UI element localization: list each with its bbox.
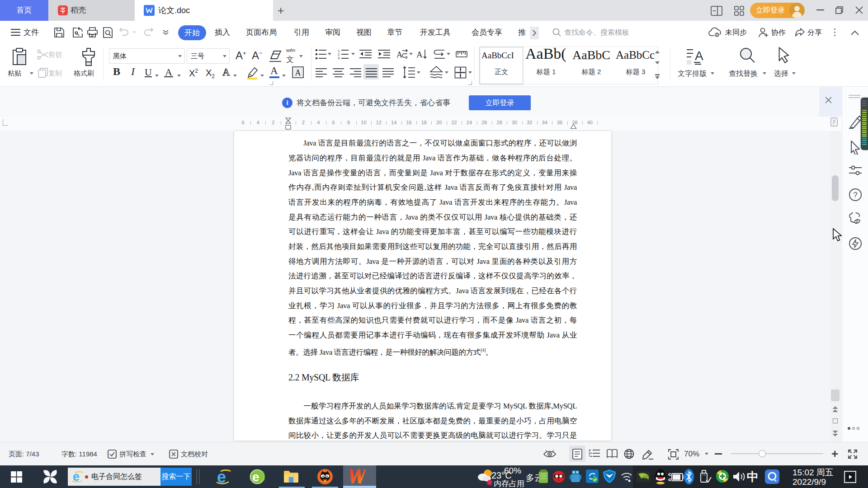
svg-text:e: e [252,470,259,484]
svg-text:?: ? [853,191,857,199]
svg-text:A: A [396,50,402,59]
svg-text:3: 3 [338,56,340,59]
svg-text:A: A [416,50,423,59]
svg-text:A: A [295,68,301,77]
svg-text:A: A [695,49,703,63]
